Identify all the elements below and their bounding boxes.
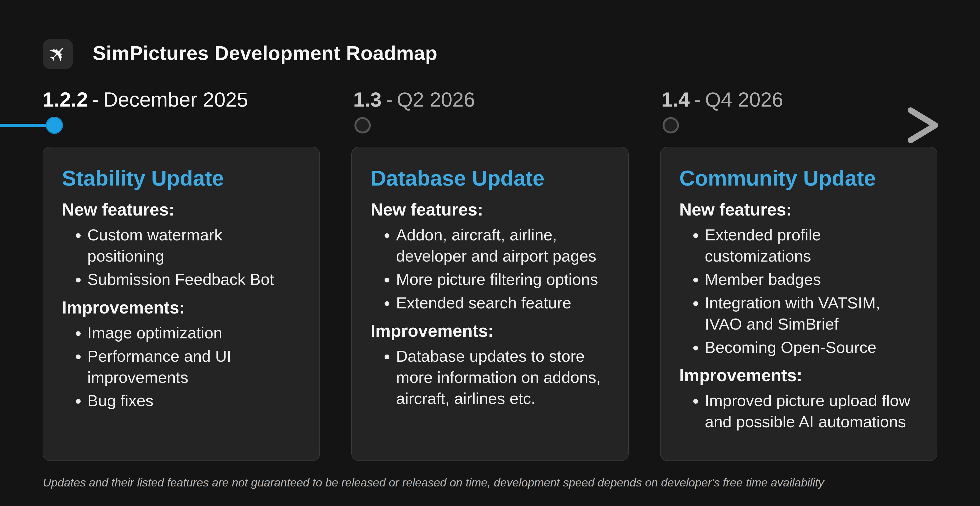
- card-title: Stability Update: [62, 166, 301, 190]
- card-title: Database Update: [371, 166, 609, 190]
- list-item: Becoming Open-Source: [705, 337, 918, 358]
- list-item: Extended search feature: [396, 292, 609, 314]
- card-stability-update: Stability Update New features: Custom wa…: [43, 147, 320, 461]
- section-heading-new-features: New features:: [371, 200, 609, 219]
- timeline: [0, 105, 980, 146]
- feature-list: Extended profile customizations Member b…: [679, 224, 918, 358]
- improvement-list: Database updates to store more informati…: [371, 346, 609, 409]
- list-item: Integration with VATSIM, IVAO and SimBri…: [705, 292, 918, 335]
- section-heading-improvements: Improvements:: [371, 321, 609, 341]
- feature-list: Custom watermark positioning Submission …: [62, 224, 301, 290]
- list-item: Submission Feedback Bot: [88, 269, 301, 290]
- list-item: Database updates to store more informati…: [396, 346, 609, 409]
- improvement-list: Image optimization Performance and UI im…: [62, 322, 301, 411]
- card-community-update: Community Update New features: Extended …: [660, 147, 937, 461]
- airplane-glyph: ✈: [44, 40, 72, 68]
- improvement-list: Improved picture upload flow and possibl…: [679, 390, 918, 432]
- list-item: Bug fixes: [88, 390, 301, 411]
- list-item: Improved picture upload flow and possibl…: [705, 390, 918, 432]
- timeline-dot-future: [355, 118, 370, 133]
- timeline-dot-active: [46, 117, 62, 133]
- card-database-update: Database Update New features: Addon, air…: [351, 147, 629, 461]
- card-title: Community Update: [679, 166, 918, 190]
- section-heading-new-features: New features:: [679, 200, 918, 219]
- section-heading-improvements: Improvements:: [679, 365, 918, 385]
- section-heading-improvements: Improvements:: [62, 298, 301, 317]
- list-item: Addon, aircraft, airline, developer and …: [396, 224, 609, 266]
- page-title: SimPictures Development Roadmap: [93, 42, 438, 65]
- list-item: Performance and UI improvements: [88, 346, 301, 388]
- list-item: Image optimization: [88, 322, 301, 344]
- disclaimer-text: Updates and their listed features are no…: [43, 476, 824, 489]
- list-item: Custom watermark positioning: [88, 224, 301, 266]
- list-item: Member badges: [705, 269, 918, 290]
- section-heading-new-features: New features:: [62, 200, 301, 219]
- timeline-dot-future: [663, 118, 678, 133]
- list-item: Extended profile customizations: [705, 224, 918, 266]
- roadmap-canvas: ✈ SimPictures Development Roadmap 1.2.2-…: [0, 0, 980, 506]
- airplane-icon: ✈: [43, 39, 73, 69]
- feature-list: Addon, aircraft, airline, developer and …: [371, 224, 609, 314]
- list-item: More picture filtering options: [396, 269, 609, 290]
